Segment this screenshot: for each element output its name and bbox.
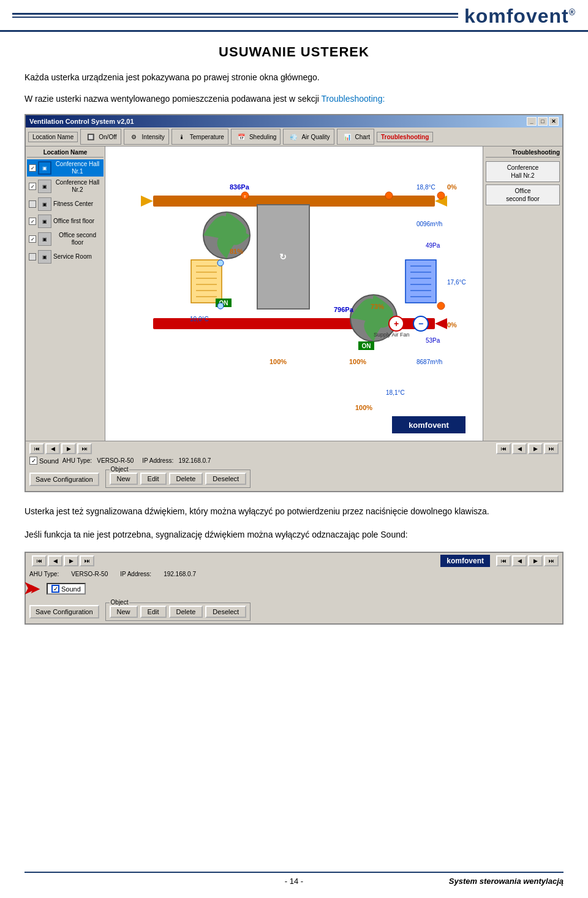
ss-nav-right-prev[interactable]: ◀ bbox=[512, 555, 527, 566]
svg-text:81%: 81% bbox=[230, 248, 243, 255]
sidebar-item-office2[interactable]: ✓ ▣ Office second floor bbox=[27, 230, 104, 248]
ss-nav-first[interactable]: ⏮ bbox=[32, 555, 47, 566]
header-decorative-lines bbox=[12, 13, 458, 20]
save-configuration-button[interactable]: Save Configuration bbox=[29, 473, 99, 486]
ss-sound-label: Sound bbox=[61, 585, 81, 593]
sidebar-item-fitness[interactable]: ▣ Fitness Center bbox=[27, 196, 104, 212]
nav-right-prev[interactable]: ◀ bbox=[512, 443, 527, 454]
toolbar-sheduling[interactable]: 📅 Sheduling bbox=[231, 129, 281, 145]
toolbar-onoff[interactable]: 🔲 On/Off bbox=[80, 129, 121, 145]
label-office2: Office second floor bbox=[53, 232, 102, 246]
nav-buttons-left[interactable]: ⏮ ◀ ▶ ⏭ bbox=[29, 443, 92, 454]
header-line-2 bbox=[12, 17, 458, 18]
ss-nav-right-last[interactable]: ⏭ bbox=[544, 555, 559, 566]
deselect-button-1[interactable]: Deselect bbox=[205, 473, 246, 485]
ss-ip-label: IP Address: bbox=[120, 571, 151, 577]
ss-ahu-type-value: VERSO-R-50 bbox=[71, 571, 108, 577]
icon-office1: ▣ bbox=[38, 215, 51, 228]
ahu-type-label: AHU Type: bbox=[62, 457, 92, 464]
vcs-diagram: ↻ bbox=[105, 146, 483, 441]
sound-checkbox[interactable]: ✓ bbox=[29, 457, 37, 465]
ip-value: 192.168.0.7 bbox=[179, 457, 211, 464]
svg-text:836Pa: 836Pa bbox=[230, 183, 250, 191]
logo: komfovent® bbox=[464, 5, 576, 28]
checkbox-service[interactable] bbox=[29, 253, 36, 261]
vcs-titlebar-buttons[interactable]: _ □ ✕ bbox=[527, 117, 559, 126]
nav-first-button[interactable]: ⏮ bbox=[29, 443, 44, 454]
nav-right-first[interactable]: ⏮ bbox=[496, 443, 511, 454]
troubleshooting-label: Troubleshooting bbox=[381, 134, 429, 140]
icon-fitness: ▣ bbox=[38, 197, 51, 211]
toolbar-chart[interactable]: 📊 Chart bbox=[337, 129, 374, 145]
ss-nav-right-next[interactable]: ▶ bbox=[528, 555, 543, 566]
location-name-label: Location Name bbox=[32, 134, 74, 140]
bottom-actions-row: Save Configuration Object New Edit Delet… bbox=[29, 467, 559, 489]
main-content: USUWANIE USTEREK Każda usterka urządzeni… bbox=[0, 32, 588, 649]
sidebar-item-service[interactable]: ▣ Service Room bbox=[27, 249, 104, 265]
checkbox-office2[interactable]: ✓ bbox=[29, 235, 36, 243]
ss-nav-left-buttons[interactable]: ⏮ ◀ ▶ ⏭ bbox=[32, 555, 94, 566]
ss-nav-next[interactable]: ▶ bbox=[64, 555, 78, 566]
vcs-toolbar: Location Name 🔲 On/Off ⚙ Intensity 🌡 Tem… bbox=[26, 127, 562, 146]
svg-text:Supply Air Fan: Supply Air Fan bbox=[374, 332, 410, 338]
chart-label: Chart bbox=[355, 134, 370, 140]
ss-sound-checkbox[interactable]: ✓ bbox=[51, 585, 59, 593]
toolbar-temperature[interactable]: 🌡 Temperature bbox=[172, 129, 228, 145]
checkbox-fitness[interactable] bbox=[29, 200, 36, 208]
checkbox-conference1[interactable]: ✓ bbox=[29, 164, 36, 172]
airquality-icon: 💨 bbox=[287, 131, 300, 143]
ss-new-button[interactable]: New bbox=[110, 606, 138, 618]
close-button[interactable]: ✕ bbox=[549, 117, 559, 126]
nav-buttons-right[interactable]: ⏮ ◀ ▶ ⏭ bbox=[496, 443, 559, 454]
chart-icon: 📊 bbox=[341, 131, 353, 143]
vcs-title: Ventilation Control System v2,01 bbox=[29, 118, 134, 125]
checkbox-conference2[interactable]: ✓ bbox=[29, 183, 36, 190]
svg-text:17,6°C: 17,6°C bbox=[447, 279, 466, 286]
nav-prev-button[interactable]: ◀ bbox=[45, 443, 60, 454]
ss-sound-checkbox-active[interactable]: ✓ Sound bbox=[47, 583, 86, 595]
toolbar-airquality[interactable]: 💨 Air Quality bbox=[283, 129, 334, 145]
delete-button-1[interactable]: Delete bbox=[169, 473, 203, 485]
icon-office2: ▣ bbox=[38, 232, 51, 246]
page-title: USUWANIE USTEREK bbox=[24, 44, 564, 60]
edit-button-1[interactable]: Edit bbox=[140, 473, 167, 485]
toolbar-intensity[interactable]: ⚙ Intensity bbox=[124, 129, 169, 145]
new-button-1[interactable]: New bbox=[110, 473, 138, 485]
ss-edit-button[interactable]: Edit bbox=[140, 606, 167, 618]
ss-deselect-button[interactable]: Deselect bbox=[205, 606, 246, 618]
svg-point-57 bbox=[217, 303, 224, 309]
maximize-button[interactable]: □ bbox=[538, 117, 548, 126]
ss-nav-right-first[interactable]: ⏮ bbox=[496, 555, 511, 566]
toolbar-troubleshooting[interactable]: Troubleshooting bbox=[377, 132, 433, 142]
header-line-1 bbox=[12, 13, 458, 15]
ss-nav-prev[interactable]: ◀ bbox=[48, 555, 62, 566]
svg-text:53Pa: 53Pa bbox=[426, 337, 440, 344]
nav-next-button[interactable]: ▶ bbox=[61, 443, 76, 454]
sidebar-item-office1[interactable]: ✓ ▣ Office first floor bbox=[27, 213, 104, 229]
sidebar-item-conference1[interactable]: ✓ ▣ Conference Hall Nr.1 bbox=[27, 159, 104, 177]
svg-text:796Pa: 796Pa bbox=[334, 306, 354, 313]
svg-text:0%: 0% bbox=[447, 321, 457, 329]
checkbox-office1[interactable]: ✓ bbox=[29, 218, 36, 225]
nav-last-button[interactable]: ⏭ bbox=[77, 443, 92, 454]
icon-service: ▣ bbox=[38, 250, 51, 264]
vcs-window-1: Ventilation Control System v2,01 _ □ ✕ L… bbox=[24, 114, 564, 492]
minimize-button[interactable]: _ bbox=[527, 117, 537, 126]
svg-text:10,0°C: 10,0°C bbox=[190, 316, 209, 322]
vcs-titlebar: Ventilation Control System v2,01 _ □ ✕ bbox=[26, 115, 562, 127]
ss-nav-last[interactable]: ⏭ bbox=[80, 555, 94, 566]
label-conference2: Conference Hall Nr.2 bbox=[53, 179, 102, 194]
vcs-main-area: Location Name ✓ ▣ Conference Hall Nr.1 ✓… bbox=[26, 146, 562, 441]
svg-text:T: T bbox=[244, 195, 246, 199]
ss-delete-button[interactable]: Delete bbox=[169, 606, 203, 618]
icon-conference2: ▣ bbox=[38, 180, 51, 193]
ss-save-button[interactable]: Save Configuration bbox=[29, 605, 99, 618]
intensity-label: Intensity bbox=[142, 134, 165, 140]
nav-right-next[interactable]: ▶ bbox=[528, 443, 543, 454]
ss-nav-right-buttons[interactable]: ⏮ ◀ ▶ ⏭ bbox=[496, 555, 559, 566]
sound-checkbox-row[interactable]: ✓ Sound bbox=[29, 457, 59, 465]
toolbar-location[interactable]: Location Name bbox=[28, 132, 78, 142]
airquality-label: Air Quality bbox=[301, 134, 330, 140]
nav-right-last[interactable]: ⏭ bbox=[544, 443, 559, 454]
sidebar-item-conference2[interactable]: ✓ ▣ Conference Hall Nr.2 bbox=[27, 178, 104, 195]
